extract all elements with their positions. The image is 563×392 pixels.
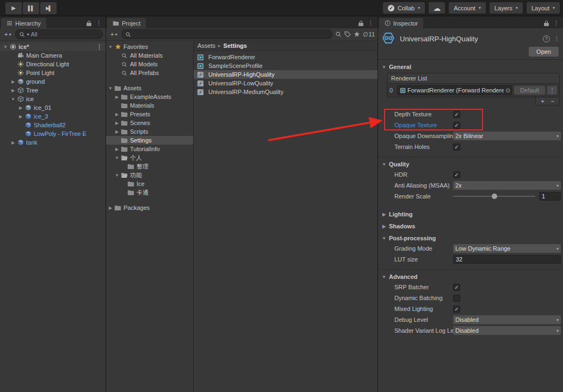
save-search-star-icon[interactable] [354, 31, 360, 38]
set-default-button[interactable]: Default [514, 86, 545, 95]
foldout-arrow[interactable]: ▼ [114, 155, 120, 160]
create-object-button[interactable]: + ▾ [3, 31, 13, 38]
quality-foldout[interactable]: ▼ Quality [378, 159, 563, 169]
panel-menu-icon[interactable]: ⋮ [553, 20, 559, 27]
foldout-arrow[interactable]: ▶ [114, 112, 120, 117]
terrain-holes-checkbox[interactable]: ✓ [453, 144, 460, 151]
collab-dropdown[interactable]: ✓ Collab ▾ [383, 2, 425, 14]
lighting-foldout[interactable]: ▶ Lighting [378, 209, 563, 219]
hierarchy-item[interactable]: Point Light [0, 69, 106, 77]
remove-renderer-button[interactable]: − [551, 98, 554, 104]
foldout-arrow[interactable]: ▼ [107, 45, 114, 49]
project-folder-item[interactable]: ▶Presets [106, 110, 193, 119]
tab-project[interactable]: Project [107, 18, 146, 28]
play-button[interactable]: ▶ [5, 2, 22, 14]
render-scale-value-field[interactable]: 1 [539, 192, 561, 201]
tab-hierarchy[interactable]: Hierarchy [1, 18, 46, 28]
grading-mode-dropdown[interactable]: Low Dynamic Range ▾ [453, 244, 561, 253]
foldout-arrow[interactable]: ▶ [107, 206, 114, 210]
asset-row[interactable]: UniversalRP-MediumQuality [194, 88, 378, 96]
project-folder-item[interactable]: All Materials [106, 51, 193, 60]
foldout-arrow[interactable]: ▶ [114, 121, 120, 126]
hierarchy-item[interactable]: Shaderball2 [0, 121, 106, 129]
lock-icon[interactable] [86, 21, 91, 26]
help-icon[interactable]: ? [543, 35, 550, 42]
foldout-arrow[interactable]: ▼ [107, 86, 114, 91]
hierarchy-item[interactable]: ▶ground [0, 77, 106, 86]
project-folder-item[interactable]: Materials [106, 101, 193, 110]
opaque-texture-checkbox[interactable]: ✓ [453, 122, 460, 129]
hierarchy-item[interactable]: ▶tank [0, 138, 106, 147]
search-by-type-icon[interactable] [335, 31, 342, 38]
project-search-box[interactable] [121, 29, 332, 39]
hierarchy-item[interactable]: Main Camera [0, 51, 106, 60]
breadcrumb-settings[interactable]: Settings [224, 42, 247, 49]
panel-menu-icon[interactable]: ⋮ [368, 20, 374, 27]
object-picker-icon[interactable]: ⊙ [505, 87, 510, 94]
project-folder-item[interactable]: ▶Packages [106, 203, 193, 212]
asset-row[interactable]: ForwardRenderer [194, 53, 378, 61]
foldout-arrow[interactable]: ▶ [10, 88, 16, 93]
project-folder-item[interactable]: ▼功能 [106, 171, 193, 179]
srp-batcher-checkbox[interactable]: ✓ [453, 284, 460, 291]
project-folder-item[interactable]: ▼Assets [106, 84, 193, 92]
hdr-checkbox[interactable]: ✓ [453, 171, 460, 178]
renderer-object-field[interactable]: ForwardRenderer (Forward Renderer Data) … [397, 85, 512, 95]
project-folder-item[interactable]: ▶ExampleAssets [106, 92, 193, 101]
foldout-arrow[interactable]: ▶ [10, 79, 16, 84]
lock-icon[interactable] [358, 21, 363, 26]
debug-level-dropdown[interactable]: Disabled ▾ [453, 315, 561, 324]
project-folder-item[interactable]: ▼个人 [106, 153, 193, 162]
project-folder-item[interactable]: All Models [106, 60, 193, 69]
project-search-input[interactable] [133, 31, 329, 38]
breadcrumb-assets[interactable]: Assets [197, 42, 215, 49]
hierarchy-item[interactable]: Directional Light [0, 60, 106, 69]
foldout-arrow[interactable]: ▶ [17, 105, 24, 110]
anti-aliasing-dropdown[interactable]: 2x ▾ [453, 181, 561, 190]
hierarchy-item[interactable]: ▼ice [0, 95, 106, 103]
advanced-foldout[interactable]: ▼ Advanced [378, 272, 563, 282]
hierarchy-item[interactable]: ▶Tree [0, 86, 106, 95]
general-foldout[interactable]: ▼ General [378, 62, 563, 72]
hierarchy-search-box[interactable]: ▾ [15, 29, 103, 39]
hierarchy-search-input[interactable] [30, 31, 99, 38]
hidden-packages-counter[interactable]: ∅ 11 [363, 31, 375, 38]
inspector-menu-icon[interactable]: ⋮ [554, 35, 560, 42]
project-folder-item[interactable]: 整理 [106, 162, 193, 171]
layers-dropdown[interactable]: Layers ▾ [490, 2, 523, 14]
foldout-arrow[interactable]: ▼ [10, 97, 16, 102]
asset-row[interactable]: UniversalRP-LowQuality [194, 79, 378, 88]
step-button[interactable]: ▶▌ [40, 2, 57, 14]
depth-texture-checkbox[interactable]: ✓ [453, 111, 460, 118]
project-folder-item[interactable]: 卡通 [106, 188, 193, 197]
shader-variant-log-dropdown[interactable]: Disabled ▾ [453, 326, 561, 335]
foldout-arrow[interactable]: ▶ [114, 95, 120, 99]
project-folder-item[interactable]: ▼Favorites [106, 42, 193, 51]
hierarchy-item[interactable]: ▼ice*⋮ [0, 42, 106, 51]
hierarchy-item[interactable]: LowPoly - FirTree E [0, 129, 106, 138]
project-folder-item[interactable]: ▶TutorialInfo [106, 145, 193, 153]
add-renderer-button[interactable]: + [541, 98, 544, 104]
panel-menu-icon[interactable]: ⋮ [96, 20, 102, 27]
foldout-arrow[interactable]: ▼ [2, 45, 9, 49]
foldout-arrow[interactable]: ▶ [114, 147, 120, 152]
account-dropdown[interactable]: Account ▾ [449, 2, 486, 14]
pause-button[interactable]: ▌▌ [23, 2, 39, 14]
foldout-arrow[interactable]: ▶ [114, 129, 120, 134]
dynamic-batching-checkbox[interactable] [453, 295, 460, 302]
mixed-lighting-checkbox[interactable]: ✓ [453, 306, 460, 313]
hierarchy-item[interactable]: ▶ice_3 [0, 112, 106, 121]
hierarchy-item[interactable]: ▶ice_01 [0, 103, 106, 112]
tab-inspector[interactable]: Inspector [379, 18, 423, 28]
layout-dropdown[interactable]: Layout ▾ [527, 2, 560, 14]
search-filter-caret-icon[interactable]: ▾ [27, 32, 29, 37]
project-folder-item[interactable]: ▶Scripts [106, 127, 193, 136]
slider-knob[interactable] [492, 194, 497, 199]
foldout-arrow[interactable]: ▶ [10, 140, 16, 145]
foldout-arrow[interactable]: ▶ [17, 114, 24, 119]
menu-dots-icon[interactable]: ⋮ [96, 43, 102, 51]
post-processing-foldout[interactable]: ▼ Post-processing [378, 233, 563, 243]
asset-row[interactable]: SampleSceneProfile [194, 61, 378, 70]
asset-row[interactable]: UniversalRP-HighQuality [194, 70, 378, 79]
foldout-arrow[interactable]: ▼ [114, 173, 120, 178]
